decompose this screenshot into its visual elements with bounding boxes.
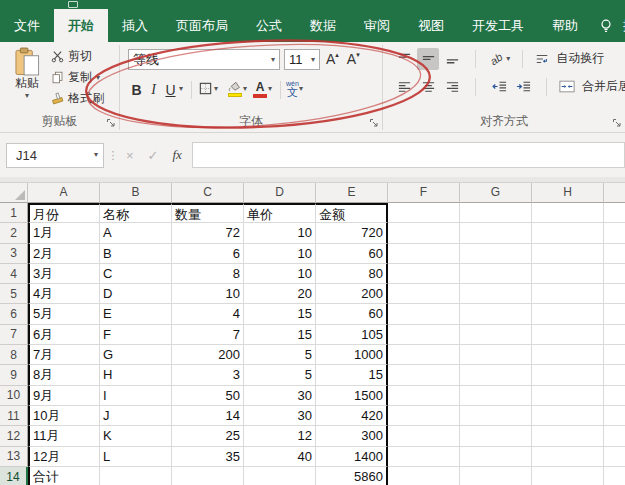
orientation-button[interactable]: ab	[488, 48, 504, 70]
cell-F12[interactable]	[388, 426, 460, 446]
paste-button[interactable]: 粘贴 ▾	[7, 47, 47, 100]
cell-C13[interactable]: 35	[172, 447, 244, 467]
cell-G9[interactable]	[460, 365, 532, 385]
cell-H6[interactable]	[532, 304, 604, 324]
merge-center-button[interactable]: 合并后居中 ▾	[559, 78, 625, 95]
cell-H3[interactable]	[532, 244, 604, 264]
cell-H5[interactable]	[532, 284, 604, 304]
cell-A14[interactable]: 合计	[28, 467, 100, 485]
cell-D13[interactable]: 40	[244, 447, 316, 467]
cell-D8[interactable]: 5	[244, 345, 316, 365]
cell-B8[interactable]: G	[100, 345, 172, 365]
cell-I3[interactable]	[604, 244, 625, 264]
cell-I12[interactable]	[604, 426, 625, 446]
cell-B3[interactable]: B	[100, 244, 172, 264]
cell-G7[interactable]	[460, 325, 532, 345]
alignment-dialog-launcher-icon[interactable]	[612, 118, 622, 128]
cell-E1[interactable]: 金额	[316, 203, 388, 223]
cell-A5[interactable]: 4月	[28, 284, 100, 304]
column-header-D[interactable]: D	[244, 183, 316, 203]
row-header-14[interactable]: 14	[0, 467, 28, 485]
cell-E8[interactable]: 1000	[316, 345, 388, 365]
cell-F6[interactable]	[388, 304, 460, 324]
tab-视图[interactable]: 视图	[404, 9, 458, 42]
cell-I6[interactable]	[604, 304, 625, 324]
tab-开始[interactable]: 开始	[54, 9, 108, 42]
cell-D3[interactable]: 10	[244, 244, 316, 264]
font-name-combo[interactable]: 等线 ▾	[128, 49, 280, 70]
cell-G8[interactable]	[460, 345, 532, 365]
cell-C10[interactable]: 50	[172, 386, 244, 406]
cell-E5[interactable]: 200	[316, 284, 388, 304]
cell-A9[interactable]: 8月	[28, 365, 100, 385]
tab-审阅[interactable]: 审阅	[350, 9, 404, 42]
cell-H14[interactable]	[532, 467, 604, 485]
cell-D9[interactable]: 5	[244, 365, 316, 385]
cell-G11[interactable]	[460, 406, 532, 426]
phonetic-dropdown-arrow[interactable]: ▾	[299, 85, 303, 93]
align-right-button[interactable]	[441, 76, 463, 98]
fill-color-button[interactable]	[226, 81, 243, 97]
cell-G14[interactable]	[460, 467, 532, 485]
cell-I1[interactable]	[604, 203, 625, 223]
align-bottom-button[interactable]	[441, 48, 463, 70]
cell-D1[interactable]: 单价	[244, 203, 316, 223]
cell-D11[interactable]: 30	[244, 406, 316, 426]
cell-H13[interactable]	[532, 447, 604, 467]
cell-I10[interactable]	[604, 386, 625, 406]
cell-G3[interactable]	[460, 244, 532, 264]
cell-H11[interactable]	[532, 406, 604, 426]
cell-I14[interactable]	[604, 467, 625, 485]
cell-H2[interactable]	[532, 223, 604, 243]
row-header-13[interactable]: 13	[0, 447, 28, 467]
cell-F11[interactable]	[388, 406, 460, 426]
cell-E14[interactable]: 5860	[316, 467, 388, 485]
cell-A3[interactable]: 2月	[28, 244, 100, 264]
orientation-dropdown-arrow[interactable]: ▾	[506, 55, 510, 63]
column-header-A[interactable]: A	[28, 183, 100, 203]
cell-F1[interactable]	[388, 203, 460, 223]
decrease-indent-button[interactable]	[488, 76, 510, 98]
column-header-C[interactable]: C	[172, 183, 244, 203]
cell-A7[interactable]: 6月	[28, 325, 100, 345]
cell-G1[interactable]	[460, 203, 532, 223]
cell-F13[interactable]	[388, 447, 460, 467]
font-size-dropdown-arrow[interactable]: ▾	[311, 56, 315, 64]
cell-C8[interactable]: 200	[172, 345, 244, 365]
increase-indent-button[interactable]	[512, 76, 534, 98]
row-header-1[interactable]: 1	[0, 203, 28, 223]
cell-F7[interactable]	[388, 325, 460, 345]
tab-file[interactable]: 文件	[0, 9, 54, 42]
shrink-font-button[interactable]: A▾	[345, 52, 362, 67]
cell-A2[interactable]: 1月	[28, 223, 100, 243]
cell-E9[interactable]: 15	[316, 365, 388, 385]
row-header-7[interactable]: 7	[0, 325, 28, 345]
cell-G6[interactable]	[460, 304, 532, 324]
cell-B11[interactable]: J	[100, 406, 172, 426]
tab-开发工具[interactable]: 开发工具	[458, 9, 538, 42]
cell-H7[interactable]	[532, 325, 604, 345]
cell-I7[interactable]	[604, 325, 625, 345]
cell-H10[interactable]	[532, 386, 604, 406]
cell-A13[interactable]: 12月	[28, 447, 100, 467]
wrap-text-button[interactable]: 自动换行	[535, 50, 604, 67]
cell-I11[interactable]	[604, 406, 625, 426]
cell-C11[interactable]: 14	[172, 406, 244, 426]
row-header-6[interactable]: 6	[0, 304, 28, 324]
cell-B1[interactable]: 名称	[100, 203, 172, 223]
fill-color-dropdown-arrow[interactable]: ▾	[243, 85, 247, 93]
tab-公式[interactable]: 公式	[242, 9, 296, 42]
cell-A10[interactable]: 9月	[28, 386, 100, 406]
cell-C6[interactable]: 4	[172, 304, 244, 324]
cell-A8[interactable]: 7月	[28, 345, 100, 365]
row-header-10[interactable]: 10	[0, 386, 28, 406]
underline-button[interactable]: U	[162, 78, 179, 100]
row-header-3[interactable]: 3	[0, 244, 28, 264]
cell-H9[interactable]	[532, 365, 604, 385]
cell-D2[interactable]: 10	[244, 223, 316, 243]
cell-B9[interactable]: H	[100, 365, 172, 385]
copy-button[interactable]: 复制 ▾	[51, 69, 104, 86]
cell-H1[interactable]	[532, 203, 604, 223]
column-header-B[interactable]: B	[100, 183, 172, 203]
cell-D5[interactable]: 20	[244, 284, 316, 304]
